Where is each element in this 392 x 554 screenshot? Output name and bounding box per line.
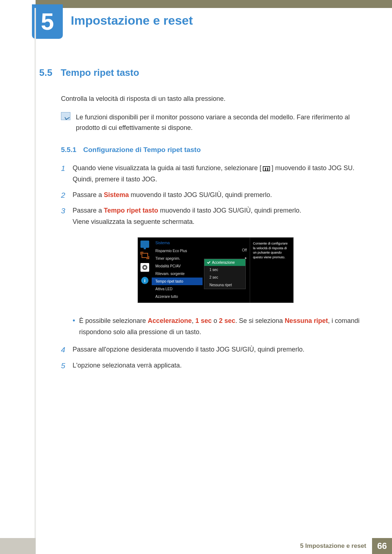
bold-term: Sistema <box>104 191 129 198</box>
osd-dropdown-option: 2 sec <box>204 274 245 281</box>
step-number: 5 <box>61 360 73 372</box>
bullet-text: , <box>192 317 195 324</box>
chapter-number-badge: 5 <box>32 4 63 39</box>
header-bar <box>36 0 392 8</box>
footer-page-number: 66 <box>372 538 392 554</box>
step-text: muovendo il tasto JOG SU/GIÙ, quindi pre… <box>129 191 272 198</box>
bullet-icon: • <box>73 315 79 337</box>
subsection-title: Configurazione di Tempo ripet tasto <box>83 146 201 153</box>
jog-menu-icon <box>263 166 270 171</box>
step-text: Viene visualizzata la seguente schermata… <box>73 216 301 227</box>
bullet-text: È possibile selezionare <box>79 317 148 324</box>
osd-item-timer: Timer spegnim. <box>152 255 203 262</box>
osd-menu-title: Sistema <box>152 240 203 247</box>
section-heading: 5.5 Tempo ripet tasto <box>39 67 370 78</box>
osd-item-repeat: Tempo ripet tasto <box>152 278 203 285</box>
osd-help-text: Consente di configurare la velocità di r… <box>250 238 293 303</box>
step-text: Passare a <box>73 191 104 198</box>
intro-paragraph: Controlla la velocità di risposta di un … <box>61 94 370 104</box>
bold-term: Tempo ripet tasto <box>104 207 158 214</box>
bold-term: 1 sec <box>195 317 212 324</box>
left-margin-bar <box>34 8 36 554</box>
section-title: Tempo ripet tasto <box>61 67 139 78</box>
osd-dropdown-label: Accelerazione <box>212 260 235 264</box>
gear-icon <box>140 263 149 272</box>
osd-item-eco: Risparmio Eco Plus <box>152 247 203 255</box>
step-3-bullet: • È possibile selezionare Accelerazione,… <box>61 313 370 340</box>
step-number: 3 <box>61 205 73 227</box>
osd-dropdown-selected: Accelerazione <box>204 259 245 266</box>
step-text: muovendo il tasto JOG SU/GIÙ, quindi pre… <box>158 207 301 214</box>
bullet-text: . Se si seleziona <box>235 317 285 324</box>
osd-item-reset: Azzerare tutto <box>152 293 203 300</box>
page-footer: 5 Impostazione e reset 66 <box>0 538 392 554</box>
subsection-number: 5.5.1 <box>61 146 76 153</box>
bold-term: Nessuna ripet <box>285 317 328 324</box>
expand-icon <box>142 253 148 258</box>
osd-dropdown-option: Nessuna ripet <box>204 281 245 289</box>
osd-screenshot: i Sistema Risparmio Eco Plus Timer spegn… <box>138 237 294 303</box>
osd-dropdown: Accelerazione 1 sec 2 sec Nessuna ripet <box>204 259 246 289</box>
subsection-heading: 5.5.1 Configurazione di Tempo ripet tast… <box>61 146 370 154</box>
osd-item-source: Rilevam. sorgente <box>152 270 203 278</box>
osd-icon-column: i <box>138 238 152 303</box>
step-number: 1 <box>61 163 73 185</box>
osd-value-column: Off ▸ Accelerazione 1 sec 2 sec Nessuna … <box>203 238 250 303</box>
step-2: 2 Passare a Sistema muovendo il tasto JO… <box>61 189 370 201</box>
step-text: Passare all'opzione desiderata muovendo … <box>73 344 305 356</box>
osd-item-pcav: Modalità PC/AV <box>152 262 203 270</box>
osd-menu-list: Sistema Risparmio Eco Plus Timer spegnim… <box>152 238 203 303</box>
step-5: 5 L'opzione selezionata verrà applicata. <box>61 360 370 372</box>
osd-dropdown-option: 1 sec <box>204 266 245 274</box>
step-4: 4 Passare all'opzione desiderata muovend… <box>61 344 370 356</box>
bold-term: 2 sec <box>219 317 235 324</box>
step-1: 1 Quando viene visualizzata la guida ai … <box>61 163 370 185</box>
step-text: Passare a <box>73 207 104 214</box>
step-text: L'opzione selezionata verrà applicata. <box>73 360 182 372</box>
step-number: 4 <box>61 344 73 356</box>
footer-chapter-label: 5 Impostazione e reset <box>300 538 372 554</box>
section-number: 5.5 <box>39 67 52 78</box>
info-icon: i <box>141 277 148 284</box>
bold-term: Accelerazione <box>148 317 192 324</box>
note-block: Le funzioni disponibili per il monitor p… <box>61 112 370 133</box>
osd-value-off: Off <box>203 246 250 254</box>
step-3: 3 Passare a Tempo ripet tasto muovendo i… <box>61 205 370 227</box>
footer-left-bar <box>0 538 36 554</box>
step-text: Quando viene visualizzata la guida ai ta… <box>73 164 261 172</box>
note-icon <box>61 112 70 120</box>
bullet-text: o <box>212 317 219 324</box>
osd-item-led: Attiva LED <box>152 285 203 293</box>
note-text: Le funzioni disponibili per il monitor p… <box>76 112 370 133</box>
chapter-title: Impostazione e reset <box>71 13 193 28</box>
check-icon <box>207 260 210 264</box>
monitor-icon <box>140 241 149 248</box>
step-number: 2 <box>61 189 73 201</box>
